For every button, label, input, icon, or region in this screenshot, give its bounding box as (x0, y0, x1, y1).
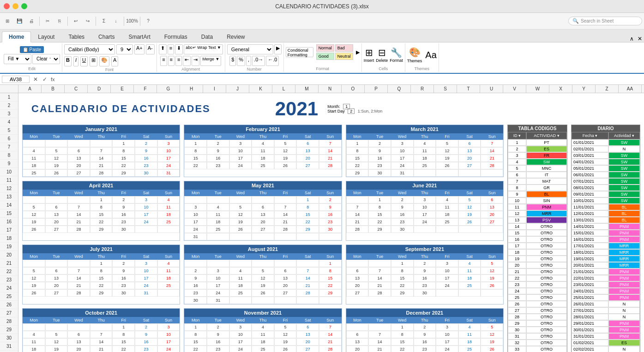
day-cell[interactable]: 9 (391, 203, 414, 211)
day-cell[interactable]: 27 (67, 169, 90, 177)
col-G[interactable]: G (157, 85, 180, 93)
col-R[interactable]: R (411, 85, 434, 93)
day-cell[interactable] (67, 140, 90, 147)
day-cell[interactable]: 26 (229, 226, 252, 233)
day-cell[interactable]: 12 (481, 267, 503, 274)
day-cell[interactable]: 6 (274, 267, 297, 274)
day-cell[interactable]: 15 (391, 274, 414, 282)
day-cell[interactable]: 8 (90, 203, 113, 211)
day-cell[interactable]: 9 (319, 203, 342, 211)
day-cell[interactable]: 28 (346, 226, 369, 233)
day-cell[interactable]: 15 (112, 155, 135, 162)
day-cell[interactable]: 30 (184, 297, 207, 304)
day-cell[interactable]: 4 (23, 331, 45, 338)
day-cell[interactable]: 30 (391, 226, 414, 233)
day-cell[interactable]: 12 (274, 331, 297, 338)
day-cell[interactable] (458, 226, 481, 233)
day-cell[interactable]: 29 (368, 226, 391, 233)
row-num-24[interactable]: 24 (0, 284, 18, 292)
day-cell[interactable]: 24 (157, 346, 180, 352)
day-cell[interactable]: 23 (368, 162, 391, 169)
minimize-button[interactable] (12, 3, 18, 9)
day-cell[interactable]: 2 (207, 323, 229, 331)
align-top-btn[interactable]: ⬆ (159, 44, 167, 54)
day-cell[interactable] (274, 233, 297, 240)
day-cell[interactable] (229, 196, 252, 203)
row-num-27[interactable]: 27 (0, 309, 18, 317)
col-J[interactable]: J (226, 85, 249, 93)
cut-btn[interactable]: ✂ (42, 16, 53, 27)
day-cell[interactable]: 30 (112, 289, 135, 297)
day-cell[interactable]: 26 (252, 289, 274, 297)
day-cell[interactable]: 27 (296, 162, 319, 169)
day-cell[interactable]: 25 (157, 282, 180, 289)
day-cell[interactable]: 17 (229, 155, 252, 162)
day-cell[interactable]: 14 (368, 338, 391, 346)
day-cell[interactable]: 7 (90, 147, 113, 155)
day-cell[interactable]: 21 (90, 162, 113, 169)
font-color-btn[interactable]: A (111, 56, 118, 66)
day-cell[interactable]: 9 (184, 274, 207, 282)
day-cell[interactable]: 30 (135, 169, 157, 177)
col-U[interactable]: U (480, 85, 503, 93)
day-cell[interactable]: 26 (436, 162, 458, 169)
day-cell[interactable] (135, 226, 157, 233)
row-num-23[interactable]: 23 (0, 276, 18, 284)
row-num-14[interactable]: 14 (0, 201, 18, 209)
day-cell[interactable]: 27 (458, 162, 481, 169)
day-cell[interactable]: 5 (481, 323, 503, 331)
col-N[interactable]: N (319, 85, 342, 93)
day-cell[interactable]: 6 (346, 267, 369, 274)
day-cell[interactable]: 29 (296, 226, 319, 233)
day-cell[interactable]: 16 (391, 211, 414, 218)
day-cell[interactable]: 22 (368, 218, 391, 226)
undo-btn[interactable]: ↩ (70, 16, 81, 27)
day-cell[interactable]: 24 (436, 346, 458, 352)
day-cell[interactable]: 2 (184, 267, 207, 274)
day-cell[interactable]: 24 (229, 162, 252, 169)
font-size-dropdown[interactable]: 9 (116, 44, 133, 54)
row-num-19[interactable]: 19 (0, 243, 18, 251)
day-cell[interactable] (481, 169, 503, 177)
day-cell[interactable]: 25 (458, 346, 481, 352)
tab-charts[interactable]: Charts (91, 31, 121, 42)
day-cell[interactable]: 11 (436, 203, 458, 211)
day-cell[interactable]: 12 (23, 274, 45, 282)
day-cell[interactable]: 3 (135, 196, 157, 203)
day-cell[interactable]: 5 (45, 331, 68, 338)
day-cell[interactable] (45, 140, 68, 147)
day-cell[interactable]: 13 (45, 274, 68, 282)
row-num-4[interactable]: 4 (0, 118, 18, 126)
day-cell[interactable]: 18 (252, 155, 274, 162)
tab-tables[interactable]: Tables (61, 31, 91, 42)
day-cell[interactable] (229, 260, 252, 267)
day-cell[interactable]: 3 (157, 323, 180, 331)
day-cell[interactable]: 31 (157, 169, 180, 177)
help-btn[interactable]: ? (143, 16, 154, 27)
day-cell[interactable] (207, 233, 229, 240)
day-cell[interactable]: 20 (346, 346, 369, 352)
day-cell[interactable] (296, 260, 319, 267)
day-cell[interactable]: 23 (135, 346, 157, 352)
day-cell[interactable]: 16 (207, 338, 229, 346)
day-cell[interactable]: 5 (274, 323, 297, 331)
day-cell[interactable]: 5 (229, 203, 252, 211)
day-cell[interactable]: 14 (368, 274, 391, 282)
day-cell[interactable]: 14 (274, 211, 297, 218)
day-cell[interactable]: 19 (458, 211, 481, 218)
day-cell[interactable] (296, 297, 319, 304)
day-cell[interactable] (252, 233, 274, 240)
day-cell[interactable] (67, 260, 90, 267)
day-cell[interactable]: 10 (135, 203, 157, 211)
day-cell[interactable]: 7 (274, 203, 297, 211)
day-cell[interactable] (229, 297, 252, 304)
day-cell[interactable]: 2 (391, 196, 414, 203)
day-cell[interactable] (229, 233, 252, 240)
day-cell[interactable]: 18 (436, 211, 458, 218)
day-cell[interactable]: 16 (207, 155, 229, 162)
day-cell[interactable]: 13 (45, 211, 68, 218)
col-I[interactable]: I (203, 85, 226, 93)
day-cell[interactable]: 10 (436, 331, 458, 338)
day-cell[interactable]: 5 (252, 267, 274, 274)
day-cell[interactable]: 19 (274, 338, 297, 346)
